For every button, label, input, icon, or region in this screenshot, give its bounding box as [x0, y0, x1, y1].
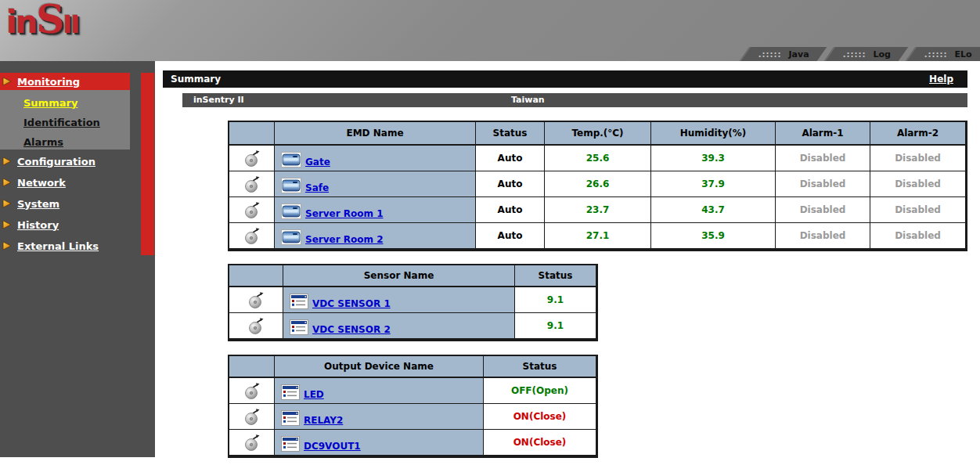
alarm1-cell: Disabled	[776, 197, 870, 223]
gauge-cell	[229, 146, 275, 171]
alarm2-cell: Disabled	[870, 197, 966, 223]
sidebar-item-identification[interactable]: Identification	[23, 115, 100, 129]
output-status-value: OFF(Open)	[511, 385, 568, 396]
sidebar-item-label: System	[17, 198, 59, 210]
device-name: inSentry II	[193, 95, 244, 105]
logo-text: II	[63, 9, 78, 39]
sensor-link[interactable]: VDC SENSOR 2	[312, 325, 391, 335]
gauge-cell	[229, 378, 275, 404]
menu-arrow-icon	[2, 220, 12, 229]
logo-text: in	[6, 4, 36, 40]
sidebar-item-label: History	[17, 219, 59, 231]
output-name-cell: DC9VOUT1	[275, 430, 484, 456]
output-header-name: Output Device Name	[275, 356, 484, 378]
emd-link[interactable]: Gate	[305, 157, 330, 168]
temp-cell: 27.1	[545, 223, 651, 249]
help-link[interactable]: Help	[929, 74, 953, 85]
emd-header-name: EMD Name	[275, 122, 476, 146]
emd-device-icon	[281, 204, 301, 219]
sidebar-item-summary[interactable]: Summary	[23, 96, 77, 110]
temp-cell: 26.6	[545, 171, 651, 197]
status-cell: Auto	[476, 171, 545, 197]
top-banner: inSII .:::::Java .:::::Log .:::::ELo	[0, 0, 980, 61]
sensor-name-cell: VDC SENSOR 1	[283, 287, 515, 313]
menu-arrow-icon	[2, 241, 12, 251]
sidebar-item-monitoring[interactable]: Monitoring	[2, 74, 80, 88]
tab-label: ELo	[955, 49, 972, 59]
sidebar-item-history[interactable]: History	[2, 218, 59, 232]
tab-dots-icon: .:::::	[924, 50, 948, 59]
sidebar-accent-strip	[141, 73, 154, 255]
status-cell: Auto	[476, 197, 545, 223]
tab-elog[interactable]: .:::::ELo	[906, 47, 980, 61]
emd-header-icon-cell	[229, 122, 275, 146]
sensor-form-icon	[290, 319, 308, 335]
tab-label: Log	[874, 49, 891, 59]
temp-cell: 23.7	[545, 197, 651, 223]
emd-device-icon	[281, 178, 301, 193]
menu-arrow-icon	[2, 77, 12, 86]
sidebar-item-label: Configuration	[17, 156, 95, 168]
sidebar-item-label: Monitoring	[17, 76, 80, 88]
device-info-bar: inSentry II Taiwan	[182, 93, 967, 107]
emd-device-icon	[281, 152, 301, 168]
sidebar-item-system[interactable]: System	[2, 196, 59, 211]
sidebar-item-label: Network	[17, 177, 66, 189]
tab-log[interactable]: .:::::Log	[824, 47, 909, 61]
gauge-cell	[229, 404, 275, 430]
status-cell: Auto	[476, 146, 545, 171]
output-form-icon	[281, 436, 300, 452]
sensor-status-cell: 9.1	[515, 287, 596, 313]
sidebar-item-alarms[interactable]: Alarms	[23, 135, 63, 149]
output-status-value: ON(Close)	[513, 437, 567, 448]
sidebar-item-configuration[interactable]: Configuration	[2, 154, 95, 168]
humidity-cell: 39.3	[651, 146, 776, 171]
tab-dots-icon: .:::::	[843, 50, 867, 59]
emd-link[interactable]: Server Room 2	[305, 235, 384, 245]
output-name-cell: RELAY2	[275, 404, 484, 430]
gauge-cell	[229, 223, 275, 249]
emd-name-cell: Server Room 1	[275, 197, 476, 223]
output-device-link[interactable]: DC9VOUT1	[304, 442, 361, 452]
output-device-table: Output Device Name Status LED OFF(Open) …	[228, 355, 598, 458]
alarm2-cell: Disabled	[870, 223, 966, 249]
gauge-icon	[243, 226, 261, 245]
emd-name-cell: Gate	[275, 146, 476, 171]
sidebar-item-label: External Links	[17, 240, 99, 252]
alarm1-cell: Disabled	[776, 171, 870, 197]
gauge-icon	[243, 175, 261, 193]
output-form-icon	[281, 384, 300, 400]
output-status-value: ON(Close)	[513, 411, 567, 422]
emd-name-cell: Safe	[275, 171, 476, 197]
tab-java[interactable]: .:::::Java	[740, 47, 827, 61]
menu-arrow-icon	[2, 157, 12, 166]
emd-name-cell: Server Room 2	[275, 223, 476, 249]
gauge-cell	[229, 171, 275, 197]
sidebar: Monitoring Summary Identification Alarms…	[0, 61, 155, 457]
brand-logo[interactable]: inSII	[6, 0, 78, 39]
tab-label: Java	[789, 49, 809, 59]
temp-cell: 25.6	[545, 146, 651, 171]
sensor-status-cell: 9.1	[515, 313, 596, 339]
page-title-bar: Summary Help	[163, 70, 967, 88]
menu-arrow-icon	[2, 178, 12, 187]
output-device-link[interactable]: LED	[304, 390, 324, 400]
gauge-cell	[229, 197, 275, 223]
sidebar-item-external-links[interactable]: External Links	[2, 239, 99, 253]
sensor-header-name: Sensor Name	[283, 265, 515, 287]
sidebar-item-label: Identification	[23, 117, 100, 128]
sensor-header-status: Status	[515, 265, 596, 287]
logo-text: S	[36, 0, 63, 42]
emd-header-alarm1: Alarm-1	[776, 122, 870, 146]
status-cell: Auto	[476, 223, 545, 249]
humidity-cell: 35.9	[651, 223, 776, 249]
emd-link[interactable]: Server Room 1	[305, 209, 384, 219]
output-device-link[interactable]: RELAY2	[304, 416, 343, 426]
output-status-cell: ON(Close)	[484, 430, 596, 456]
sensor-link[interactable]: VDC SENSOR 1	[312, 299, 391, 309]
output-status-cell: ON(Close)	[484, 404, 596, 430]
app-window: inSII .:::::Java .:::::Log .:::::ELo Mon…	[0, 0, 980, 465]
sidebar-item-network[interactable]: Network	[2, 175, 66, 189]
gauge-icon	[247, 290, 265, 309]
emd-link[interactable]: Safe	[305, 183, 329, 193]
